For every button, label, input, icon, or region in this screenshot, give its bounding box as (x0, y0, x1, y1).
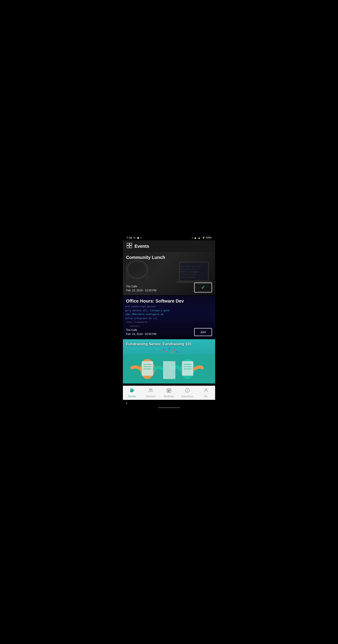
svg-point-52 (187, 389, 188, 390)
battery-percent: 94% (206, 236, 212, 239)
svg-rect-2 (127, 246, 129, 248)
event-datetime: Feb. 15, 2019 - 12:00 PM (126, 288, 156, 292)
time-display: 7:39 (126, 236, 132, 240)
svg-rect-1 (130, 243, 132, 245)
person-icon (203, 388, 209, 394)
app-header: Events (123, 240, 215, 252)
nav-item-resources[interactable]: Resources (181, 388, 194, 398)
event-checked-button[interactable]: ✓ (194, 283, 212, 292)
home-indicator (123, 406, 215, 410)
battery-icon: ⚡ (202, 236, 205, 239)
svg-point-53 (205, 389, 207, 390)
event-bottom-2: The Cafe Feb. 19, 2019 - 02:00 PM Join (126, 328, 212, 336)
event-datetime-2: Feb. 19, 2019 - 02:00 PM (126, 332, 156, 336)
checkmark-icon: ✓ (201, 285, 205, 290)
nav-label-resources: Resources (182, 395, 193, 398)
card-content: Community Lunch The Cafe Feb. 15, 2019 -… (123, 252, 215, 295)
bottom-navigation: Events Directory (123, 386, 215, 400)
beer-mug-icon (129, 388, 135, 394)
svg-rect-46 (169, 390, 169, 391)
svg-rect-47 (170, 390, 170, 391)
status-left: 7:39 ⊙ ▣ ● (126, 236, 142, 240)
event-info: The Cafe Feb. 15, 2019 - 12:00 PM (126, 284, 156, 292)
phone-frame: 7:39 ⊙ ▣ ● ● ▲ ▲ ⚡ 94% (123, 234, 215, 410)
status-bar: 7:39 ⊙ ▣ ● ● ▲ ▲ ⚡ 94% (123, 234, 215, 240)
svg-point-39 (149, 389, 151, 390)
event-location-2: The Cafe (126, 328, 156, 332)
nav-label-me: Me (204, 395, 208, 398)
wifi-icon: ▲ (194, 236, 197, 240)
svg-rect-49 (169, 391, 169, 392)
event-card-fundraising[interactable]: Fundraising Series: Fundraising 101 (123, 339, 215, 384)
event-card-office-hours[interactable]: ara.javascript_driver gory.delete_all; C… (123, 296, 215, 339)
event-card-community-lunch[interactable]: ara.javascript_driver gory.delete_all; M… (123, 252, 215, 296)
events-list: ara.javascript_driver gory.delete_all; M… (123, 252, 215, 386)
event-title-2: Office Hours: Software Dev (126, 298, 212, 304)
nav-item-directory[interactable]: Directory (144, 388, 157, 398)
svg-rect-34 (130, 389, 133, 392)
card-content-2: Office Hours: Software Dev The Cafe Feb.… (123, 296, 215, 339)
spotify-icon: ⊙ (133, 236, 136, 239)
info-icon (185, 388, 190, 394)
svg-rect-38 (130, 389, 133, 390)
nav-item-events[interactable]: Events (125, 388, 139, 398)
svg-point-40 (151, 389, 152, 390)
nav-label-events: Events (128, 395, 136, 398)
app-logo-icon (126, 242, 132, 250)
card-content-3: Fundraising Series: Fundraising 101 (123, 339, 215, 384)
dot-indicator: ● (140, 237, 142, 239)
nav-item-me[interactable]: Me (199, 388, 213, 398)
svg-rect-48 (168, 391, 168, 392)
people-icon (148, 388, 153, 394)
event-location: The Cafe (126, 284, 156, 288)
image-icon: ▣ (137, 236, 139, 239)
dot-small: ● (192, 237, 193, 239)
event-title: Community Lunch (126, 255, 212, 260)
svg-rect-0 (127, 243, 129, 245)
page-title: Events (134, 244, 149, 249)
signal-icon: ▲ (198, 236, 201, 240)
nav-label-directory: Directory (146, 395, 155, 398)
back-arrow-icon[interactable]: ‹ (126, 401, 127, 406)
event-join-button[interactable]: Join (194, 328, 212, 336)
event-title-3: Fundraising Series: Fundraising 101 (126, 342, 212, 346)
svg-rect-3 (130, 246, 132, 248)
home-indicator-bar (158, 407, 180, 408)
event-info-2: The Cafe Feb. 19, 2019 - 02:00 PM (126, 328, 156, 336)
nav-label-bookings: Bookings (164, 395, 174, 398)
status-right: ● ▲ ▲ ⚡ 94% (192, 236, 212, 240)
back-navigation-row: ‹ (123, 400, 215, 406)
nav-item-bookings[interactable]: Bookings (162, 388, 176, 398)
svg-rect-45 (168, 390, 168, 391)
svg-rect-35 (133, 390, 134, 391)
calendar-icon (166, 388, 172, 394)
event-bottom: The Cafe Feb. 15, 2019 - 12:00 PM ✓ (126, 283, 212, 292)
